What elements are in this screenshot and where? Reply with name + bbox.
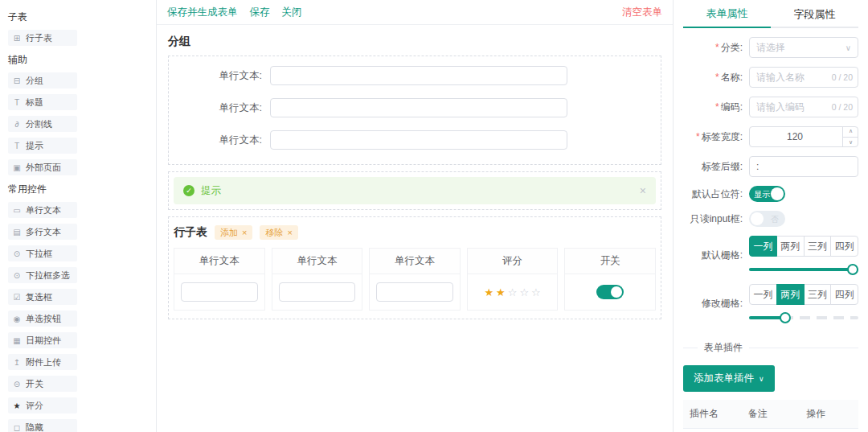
readonly-switch-toggle[interactable]: 否 [749,211,785,227]
sidebar-item-label: 附件上传 [26,356,61,368]
column-header: 单行文本 [174,249,264,274]
field-label: 单行文本: [174,101,270,115]
subtable-column: 单行文本 [272,248,363,311]
sidebar-item-row-subtable[interactable]: ⊞ 行子表 [8,30,77,46]
row-subtable-widget[interactable]: 行子表 添加 × 移除 × 单行文本 单 [168,216,661,319]
sidebar-item-label: 标题 [26,97,43,109]
cell-text-input[interactable] [181,282,258,302]
star-empty-icon[interactable]: ☆ [508,286,518,298]
segment-option-three-col[interactable]: 三列 [804,284,832,305]
category-select[interactable]: 请选择 ∨ [749,37,858,58]
sidebar-item-date[interactable]: ▦ 日期控件 [8,332,77,348]
save-and-generate-button[interactable]: 保存并生成表单 [167,6,238,19]
star-filled-icon[interactable]: ★ [496,286,506,298]
sidebar-item-hidden[interactable]: ◻ 隐藏 [8,419,77,432]
sidebar-item-label: 复选框 [26,291,52,303]
textarea-icon: ▤ [12,228,22,237]
plugin-table-header: 插件名 备注 操作 [683,400,858,429]
sidebar-item-label: 外部页面 [26,162,61,174]
sidebar-item-group[interactable]: ⊟ 分组 [8,72,77,88]
subtable-title: 行子表 [174,225,207,240]
sidebar-item-single-line-text[interactable]: ▭ 单行文本 [8,202,77,218]
tag-label: 移除 [265,227,283,239]
segment-option-one-col[interactable]: 一列 [749,236,777,257]
form-field-row: 单行文本: [174,66,656,85]
single-line-text-input[interactable] [270,130,567,150]
save-button[interactable]: 保存 [250,6,270,19]
switch-on-label: 显示 [754,189,770,200]
close-button[interactable]: 关闭 [282,6,302,19]
cell-switch-toggle[interactable] [596,285,624,299]
cell-text-input[interactable] [376,282,453,302]
close-icon[interactable]: × [640,185,646,196]
sidebar-item-rating[interactable]: ★ 评分 [8,397,77,413]
sidebar-item-select[interactable]: ⊙ 下拉框 [8,245,77,261]
tag-label: 添加 [220,227,238,239]
number-stepper: ∧ ∨ [842,126,858,147]
clear-form-button[interactable]: 清空表单 [622,6,662,19]
sidebar-item-external-page[interactable]: ▣ 外部页面 [8,159,77,175]
field-label-width: *标签宽度: ∧ ∨ [683,126,858,147]
star-filled-icon[interactable]: ★ [484,286,493,298]
subtable-column: 评分 ★ ★ ☆ ☆ ☆ [467,248,559,311]
default-grid-slider[interactable] [749,264,858,275]
sidebar-item-title[interactable]: T 标题 [8,94,77,110]
table-icon: ⊞ [12,34,22,43]
subtable-column: 单行文本 [174,248,265,311]
segment-option-four-col[interactable]: 四列 [830,284,858,305]
alert-text: 提示 [201,184,221,198]
sidebar-item-label: 行子表 [26,32,52,44]
segment-option-two-col[interactable]: 两列 [776,236,805,257]
tab-form-properties[interactable]: 表单属性 [683,0,771,28]
field-readonly-input: 只读input框: 否 [683,211,858,227]
slider-handle[interactable] [780,312,791,323]
upload-icon: ↥ [12,358,22,367]
date-icon: ▦ [12,336,22,345]
tab-field-properties[interactable]: 字段属性 [771,0,858,28]
sidebar-item-switch[interactable]: ⊝ 开关 [8,376,77,392]
slider-handle[interactable] [847,264,858,275]
modify-grid-slider[interactable] [749,312,858,323]
stepper-up-icon[interactable]: ∧ [843,126,858,138]
divider-title: 表单插件 [704,341,743,355]
star-empty-icon[interactable]: ☆ [519,286,529,298]
segment-option-one-col[interactable]: 一列 [749,284,777,305]
sidebar-item-checkbox[interactable]: ☑ 复选框 [8,289,77,305]
sidebar-item-multi-select[interactable]: ⊙ 下拉框多选 [8,267,77,283]
single-line-text-input[interactable] [270,98,567,117]
close-icon[interactable]: × [242,228,247,237]
field-category: *分类: 请选择 ∨ [683,37,858,58]
stepper-down-icon[interactable]: ∨ [843,138,858,148]
star-empty-icon[interactable]: ☆ [531,286,541,298]
sidebar-item-upload[interactable]: ↥ 附件上传 [8,354,77,370]
group-widget[interactable]: 单行文本: 单行文本: 单行文本: [168,56,661,165]
add-tag[interactable]: 添加 × [215,225,252,240]
sidebar-item-tip[interactable]: T 提示 [8,138,77,154]
required-mark: * [715,72,719,83]
section-title-subtable: 子表 [8,10,149,24]
tip-widget[interactable]: ✓ 提示 × [168,171,661,210]
column-header: 单行文本 [370,249,460,274]
properties-tabs: 表单属性 字段属性 [683,0,858,28]
rating-stars[interactable]: ★ ★ ☆ ☆ ☆ [484,286,540,298]
placeholder-switch-toggle[interactable]: 显示 [749,186,785,202]
cell-text-input[interactable] [279,282,356,302]
segment-option-four-col[interactable]: 四列 [830,236,858,257]
close-icon[interactable]: × [287,228,292,237]
column-header: 单行文本 [272,249,362,274]
sidebar-item-radio[interactable]: ◉ 单选按钮 [8,311,77,327]
segment-option-two-col[interactable]: 两列 [776,284,805,305]
label-suffix-input[interactable] [749,156,858,177]
field-label: 标签宽度: [702,131,743,142]
section-title-auxiliary: 辅助 [8,53,149,67]
external-page-icon: ▣ [12,163,22,172]
add-form-plugin-button[interactable]: 添加表单插件 ∨ [683,365,775,392]
sidebar-item-label: 开关 [26,378,43,390]
segment-option-three-col[interactable]: 三列 [804,236,832,257]
sidebar-item-multi-line-text[interactable]: ▤ 多行文本 [8,224,77,240]
single-line-text-input[interactable] [270,66,567,85]
sidebar-item-divider[interactable]: ∂ 分割线 [8,116,77,132]
field-modify-grid: 修改栅格: 一列 两列 三列 四列 [683,284,858,323]
remove-tag[interactable]: 移除 × [260,225,297,240]
default-grid-segment: 一列 两列 三列 四列 [749,236,858,257]
